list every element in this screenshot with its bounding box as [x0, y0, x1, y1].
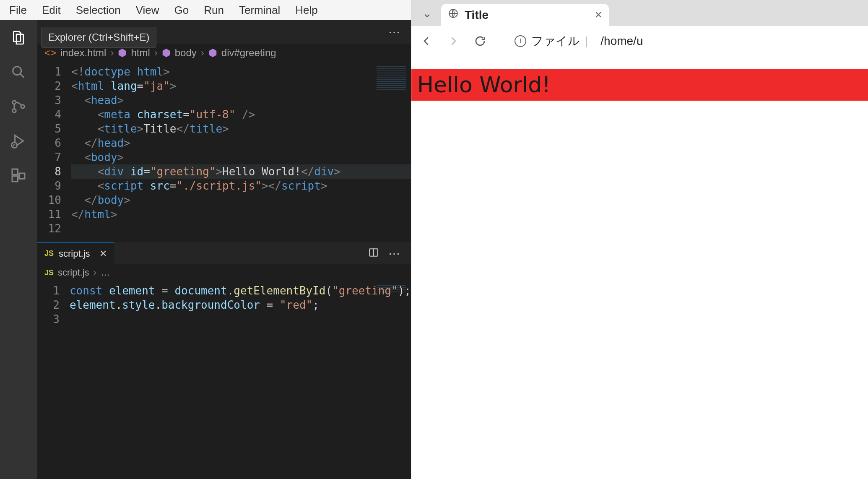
menubar: FileEditSelectionViewGoRunTerminalHelp [0, 0, 411, 20]
more-actions-icon[interactable]: ⋯ [388, 247, 401, 260]
close-icon[interactable]: ✕ [99, 248, 107, 259]
js-file-icon: JS [44, 249, 54, 258]
js-file-icon: JS [44, 268, 54, 277]
back-button[interactable] [417, 32, 436, 50]
tab-search-dropdown-icon[interactable]: ⌄ [416, 6, 438, 20]
breadcrumb-file: index.html [60, 47, 106, 59]
editor-html[interactable]: 123456789101112 <!doctype html><html lan… [37, 62, 411, 242]
editor-group: ⋯ <> index.html › ⬢ html › ⬢ body › ⬢ di… [37, 20, 411, 479]
reload-button[interactable] [471, 32, 489, 50]
svg-rect-5 [12, 169, 18, 174]
svg-point-2 [13, 109, 16, 112]
breadcrumbs-lower[interactable]: JS script.js › … [37, 264, 411, 281]
menu-file[interactable]: File [2, 0, 34, 20]
browser-viewport: Hello World! [411, 56, 868, 479]
chevron-right-icon: › [154, 47, 158, 59]
menu-view[interactable]: View [128, 0, 167, 20]
forward-button[interactable] [444, 32, 463, 50]
minimap[interactable] [377, 66, 406, 91]
symbol-icon: ⬢ [208, 47, 217, 59]
breadcrumb-segment: html [131, 47, 150, 59]
url-text: /home/u [600, 34, 643, 48]
menu-go[interactable]: Go [167, 0, 197, 20]
browser-window: ⌄ Title ✕ i ファイル | /home/u Hello World! [411, 0, 868, 479]
activity-bar [0, 20, 37, 479]
explorer-tooltip: Explorer (Ctrl+Shift+E) [41, 27, 156, 48]
html-file-icon: <> [44, 47, 56, 59]
close-icon[interactable]: ✕ [595, 10, 602, 21]
search-icon[interactable] [9, 63, 28, 81]
breadcrumb-tail: … [101, 267, 110, 278]
chevron-right-icon: › [110, 47, 114, 59]
hello-world-div: Hello World! [411, 69, 868, 101]
tab-label: script.js [59, 248, 90, 259]
explorer-icon[interactable] [9, 29, 28, 47]
menu-edit[interactable]: Edit [34, 0, 68, 20]
editor-js[interactable]: 123 const element = document.getElementB… [37, 281, 411, 479]
symbol-icon: ⬢ [118, 47, 127, 59]
svg-rect-7 [19, 173, 25, 179]
symbol-icon: ⬢ [162, 47, 171, 59]
source-control-icon[interactable] [9, 97, 28, 116]
menu-help[interactable]: Help [288, 0, 325, 20]
breadcrumb-segment: div#greeting [221, 47, 276, 59]
browser-tab[interactable]: Title ✕ [441, 4, 609, 26]
svg-point-1 [13, 101, 16, 104]
addr-scheme-label: ファイル [531, 33, 580, 49]
breadcrumb-segment: body [175, 47, 197, 59]
vscode-window: FileEditSelectionViewGoRunTerminalHelp E… [0, 0, 411, 479]
svg-rect-6 [12, 176, 18, 182]
lower-tab-row: JS script.js ✕ ⋯ [37, 242, 411, 264]
split-editor-icon[interactable] [368, 247, 379, 260]
browser-toolbar: i ファイル | /home/u [411, 26, 868, 56]
menu-terminal[interactable]: Terminal [231, 0, 288, 20]
chevron-right-icon: › [94, 267, 96, 278]
menu-run[interactable]: Run [196, 0, 231, 20]
extensions-icon[interactable] [9, 166, 28, 185]
chevron-right-icon: › [201, 47, 204, 59]
svg-point-3 [21, 105, 24, 108]
address-bar[interactable]: i ファイル | /home/u [515, 33, 643, 49]
svg-point-0 [13, 67, 21, 75]
more-actions-icon[interactable]: ⋯ [388, 25, 401, 39]
browser-tabstrip: ⌄ Title ✕ [411, 0, 868, 26]
browser-tab-title: Title [465, 8, 489, 22]
minimap[interactable] [377, 285, 406, 294]
menu-selection[interactable]: Selection [68, 0, 128, 20]
breadcrumb-file: script.js [58, 267, 89, 278]
site-info-icon[interactable]: i [515, 35, 526, 47]
debug-icon[interactable] [9, 132, 28, 150]
tab-script-js[interactable]: JS script.js ✕ [37, 242, 114, 264]
globe-icon [448, 8, 459, 22]
